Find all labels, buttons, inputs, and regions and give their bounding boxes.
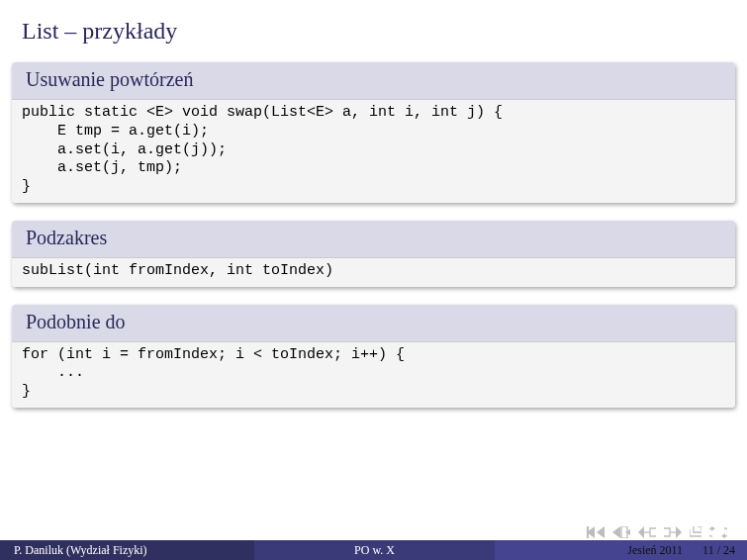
block-header: Usuwanie powtórzeń	[12, 62, 735, 100]
block-header: Podzakres	[12, 221, 735, 258]
prev-slide-icon[interactable]	[612, 526, 630, 538]
code-block: for (int i = fromIndex; i < toIndex; i++…	[12, 342, 735, 408]
code-block: public static <E> void swap(List<E> a, i…	[12, 100, 735, 203]
nav-controls	[587, 526, 727, 538]
svg-rect-1	[587, 526, 589, 538]
footer-right: Jesień 2011 11 / 24	[495, 540, 747, 560]
code-block: subList(int fromIndex, int toIndex)	[12, 258, 735, 287]
svg-marker-8	[711, 526, 715, 531]
footer-date: Jesień 2011	[627, 543, 683, 558]
block-like: Podobnie do for (int i = fromIndex; i < …	[12, 305, 735, 408]
block-header: Podobnie do	[12, 305, 735, 342]
svg-marker-2	[597, 526, 605, 538]
page-title: List – przykłady	[0, 0, 747, 62]
footer-title: PO w. X	[254, 540, 495, 560]
end-icon[interactable]	[690, 526, 701, 538]
first-slide-icon[interactable]	[587, 526, 605, 538]
block-sublist: Podzakres subList(int fromIndex, int toI…	[12, 221, 735, 287]
svg-marker-6	[638, 526, 644, 538]
footer: P. Daniluk (Wydział Fizyki) PO w. X Jesi…	[0, 540, 747, 560]
slide: List – przykłady Usuwanie powtórzeń publ…	[0, 0, 747, 560]
svg-marker-3	[612, 526, 620, 538]
blocks-container: Usuwanie powtórzeń public static <E> voi…	[0, 62, 747, 408]
footer-author: P. Daniluk (Wydział Fizyki)	[0, 540, 254, 560]
prev-section-icon[interactable]	[638, 526, 656, 538]
svg-marker-7	[676, 526, 682, 538]
footer-page: 11 / 24	[702, 543, 735, 558]
next-section-icon[interactable]	[664, 526, 682, 538]
svg-marker-9	[721, 533, 725, 538]
block-swap: Usuwanie powtórzeń public static <E> voi…	[12, 62, 735, 203]
cycle-icon[interactable]	[709, 526, 727, 538]
